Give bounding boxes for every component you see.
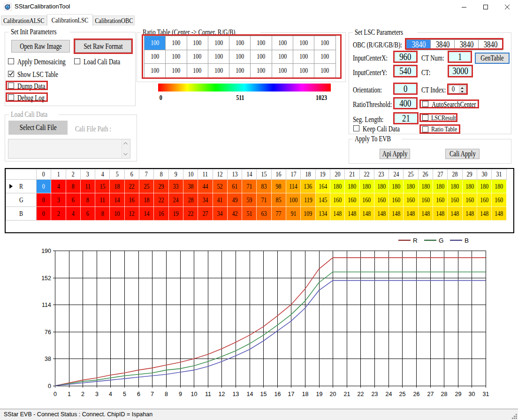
grid-cell[interactable]: 8 [66,180,80,193]
grid-cell[interactable]: 119 [301,193,315,207]
grid-column-header[interactable]: 26 [418,169,433,180]
ratio-cell[interactable]: 100 [187,64,208,78]
load-cali-data-checkbox[interactable] [74,58,80,64]
ct-index-spinner[interactable]: 0 [449,85,466,93]
grid-cell[interactable]: 160 [389,193,404,207]
seg-length-field[interactable]: 21 [395,114,417,123]
gen-table-button[interactable]: GenTable [475,53,510,64]
ct-num-field[interactable]: 1 [449,52,471,61]
grid-cell[interactable]: 180 [389,180,404,193]
grid-cell[interactable]: 16 [154,207,168,221]
grid-cell[interactable]: 180 [374,180,388,193]
grid-cell[interactable]: 114 [286,180,301,193]
grid-column-header[interactable]: 7 [139,169,154,180]
grid-column-header[interactable]: 28 [448,169,462,180]
grid-column-header[interactable]: 19 [315,169,330,180]
grid-cell[interactable]: 10 [110,207,124,221]
cali-file-path-textbox[interactable] [8,139,130,159]
grid-cell[interactable]: 148 [462,207,477,221]
grid-cell[interactable]: 0 [37,207,51,221]
grid-cell[interactable]: 160 [477,193,491,207]
grid-cell[interactable]: 148 [374,207,388,221]
grid-cell[interactable]: 18 [110,180,124,193]
grid-cell[interactable]: 42 [227,207,242,221]
grid-cell[interactable]: 28 [183,193,198,207]
grid-cell[interactable]: 160 [359,193,374,207]
grid-cell[interactable]: 160 [418,193,433,207]
grid-cell[interactable]: 51 [242,207,257,221]
grid-cell[interactable]: 160 [345,193,359,207]
ratio-cell[interactable]: 100 [314,36,335,50]
grid-column-header[interactable]: 21 [345,169,359,180]
grid-cell[interactable]: 24 [168,193,183,207]
debug-log-checkbox[interactable] [8,94,14,100]
grid-cell[interactable]: 11 [80,180,95,193]
grid-column-header[interactable]: 10 [183,169,198,180]
grid-cell[interactable]: 148 [418,207,433,221]
spin-down-button[interactable] [459,90,465,93]
grid-cell[interactable]: 4 [51,180,66,193]
grid-cell[interactable]: 12 [124,207,139,221]
grid-cell[interactable]: 44 [198,180,213,193]
grid-cell[interactable]: 148 [492,207,506,221]
grid-cell[interactable]: 38 [183,180,198,193]
grid-cell[interactable]: 77 [271,207,286,221]
grid-cell[interactable]: 61 [227,180,242,193]
input-center-y-field[interactable]: 540 [395,66,416,76]
grid-column-header[interactable]: 20 [330,169,344,180]
input-center-x-field[interactable]: 960 [395,52,416,61]
grid-cell[interactable]: 148 [359,207,374,221]
ratio-cell[interactable]: 100 [166,64,187,78]
apply-demosaicing-checkbox[interactable] [8,58,14,64]
ratio-table[interactable]: 1001001001001001001001001001001001001001… [144,36,336,78]
grid-cell[interactable]: 0 [37,180,51,193]
api-apply-button[interactable]: Api Apply [380,149,410,159]
grid-cell[interactable]: 98 [271,180,286,193]
ratio-cell[interactable]: 100 [187,36,208,50]
grid-cell[interactable]: 4 [66,207,80,221]
grid-cell[interactable]: 25 [139,180,154,193]
grid-column-header[interactable]: 14 [242,169,257,180]
grid-cell[interactable]: 160 [330,193,344,207]
obc-cell[interactable]: 3840 [407,40,431,50]
ratio-cell[interactable]: 100 [272,50,293,64]
grid-column-header[interactable]: 11 [198,169,213,180]
lsc-data-grid[interactable]: 0123456789101112131415161718192021222324… [5,168,514,233]
obc-table[interactable]: 3840384038403840 [406,39,503,50]
grid-cell[interactable]: 180 [477,180,491,193]
grid-cell[interactable]: 41 [213,193,227,207]
grid-column-header[interactable]: 29 [462,169,477,180]
ratio-cell[interactable]: 100 [251,64,272,78]
grid-cell[interactable]: 180 [492,180,506,193]
maximize-button[interactable] [475,0,496,14]
spin-up-button[interactable] [459,86,465,89]
auto-search-center-checkbox[interactable] [422,101,428,107]
grid-cell[interactable]: 22 [183,207,198,221]
grid-column-header[interactable]: 18 [301,169,315,180]
obc-cell[interactable]: 3840 [455,40,479,50]
grid-cell[interactable]: 160 [448,193,462,207]
grid-cell[interactable]: 134 [315,207,330,221]
ratio-cell[interactable]: 100 [166,36,187,50]
grid-cell[interactable]: 160 [492,193,506,207]
ratio-cell[interactable]: 100 [229,64,251,78]
grid-cell[interactable]: 100 [286,193,301,207]
minimize-button[interactable] [453,0,475,14]
grid-cell[interactable]: 83 [257,180,271,193]
ratio-cell[interactable]: 100 [208,36,229,50]
grid-row-header[interactable]: B [6,207,37,221]
grid-column-header[interactable]: 0 [37,169,51,180]
ratio-cell[interactable]: 100 [229,50,251,64]
grid-cell[interactable]: 85 [271,193,286,207]
grid-cell[interactable]: 148 [477,207,491,221]
obc-cell[interactable]: 3840 [479,40,503,50]
grid-column-header[interactable]: 9 [168,169,183,180]
ratio-cell[interactable]: 100 [293,36,314,50]
grid-cell[interactable]: 148 [345,207,359,221]
grid-cell[interactable]: 14 [139,207,154,221]
ratio-cell[interactable]: 100 [251,36,272,50]
lsc-result-checkbox[interactable] [422,115,428,121]
grid-cell[interactable]: 180 [404,180,418,193]
grid-column-header[interactable]: 13 [227,169,242,180]
grid-column-header[interactable]: 27 [433,169,448,180]
